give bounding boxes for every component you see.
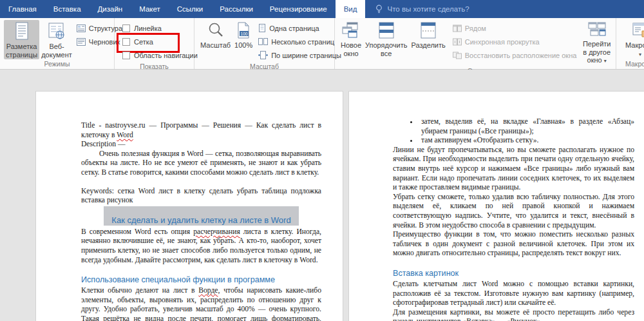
outline-view-icon xyxy=(77,24,86,32)
checkbox-icon xyxy=(122,24,130,32)
ribbon-group-zoom: Масштаб 100 100% Одна страница xyxy=(194,18,335,69)
split-label: Разделить xyxy=(412,41,446,50)
doc-paragraph: Description — xyxy=(81,140,321,150)
reset-window-icon xyxy=(453,52,462,59)
ruler-checkbox[interactable]: Линейка xyxy=(122,21,198,35)
tab-layout[interactable]: Макет xyxy=(131,0,169,18)
group-label-views: Режимы xyxy=(0,59,114,69)
zoom-100-icon: 100 xyxy=(236,22,251,39)
new-window-button[interactable]: Новое окно xyxy=(339,20,363,58)
web-layout-icon xyxy=(48,22,66,40)
checkbox-icon xyxy=(122,38,130,46)
reset-window-position-button: Восстановить расположение окна xyxy=(453,48,577,62)
web-layout-button[interactable]: Веб-документ xyxy=(39,20,74,59)
multiple-pages-button[interactable]: Несколько страниц xyxy=(258,35,341,48)
ruler-label: Линейка xyxy=(134,24,162,32)
one-page-label: Одна страница xyxy=(269,24,319,32)
tell-me-label: Что вы хотите сделать? xyxy=(387,5,469,13)
ribbon-group-views: Разметка страницы Веб-документ xyxy=(0,18,115,69)
bullet-item: затем, выделив её, на вкладке «Главная» … xyxy=(419,117,634,136)
doc-paragraph: Title - nastroyvse.ru — Программы — Реше… xyxy=(81,121,321,140)
reset-window-label: Восстановить расположение окна xyxy=(465,52,577,59)
multiple-pages-icon xyxy=(258,37,268,46)
navigation-pane-label: Область навигации xyxy=(134,52,198,59)
doc-paragraph: Линии не будут пропечатываться, но вы см… xyxy=(393,146,634,193)
blank-line xyxy=(81,178,321,187)
switch-windows-icon xyxy=(588,22,606,37)
page-width-icon xyxy=(258,51,268,59)
section-heading: Вставка картинок xyxy=(393,269,634,278)
split-icon xyxy=(420,22,437,39)
tab-view[interactable]: Вид xyxy=(336,0,366,18)
new-window-icon xyxy=(342,22,360,39)
doc-paragraph: Убрать сетку сможете, только удалив всю … xyxy=(393,193,634,230)
multiple-pages-label: Несколько страниц xyxy=(271,38,334,46)
zoom-100-label: 100% xyxy=(234,41,252,50)
navigation-pane-checkbox[interactable]: Область навигации xyxy=(122,48,198,62)
new-window-label: Новое окно xyxy=(341,41,361,57)
switch-windows-button[interactable]: Перейти в другое окно ▾ xyxy=(580,20,613,66)
section-heading: Использование специальной функции в прог… xyxy=(81,275,321,284)
zoom-button[interactable]: Масштаб xyxy=(198,20,232,50)
macros-button[interactable]: Макросы▾ xyxy=(620,20,644,59)
page-width-label: По ширине страницы xyxy=(271,52,341,59)
doc-paragraph: Клетки обычно делают на лист в Ворде, чт… xyxy=(81,286,321,321)
group-label-macros: Макросы xyxy=(616,59,644,69)
document-page-1[interactable]: Title - nastroyvse.ru — Программы — Реше… xyxy=(35,91,343,321)
web-layout-label: Веб-документ xyxy=(41,43,72,59)
ribbon: Разметка страницы Веб-документ xyxy=(0,18,644,70)
side-by-side-label: Рядом xyxy=(465,24,486,32)
ribbon-group-window: Новое окно Упорядочить все Разделить xyxy=(335,18,616,69)
magnifier-icon xyxy=(207,22,224,39)
page-width-button[interactable]: По ширине страницы xyxy=(258,48,341,62)
side-by-side-icon xyxy=(453,24,462,32)
document-canvas: Title - nastroyvse.ru — Программы — Реше… xyxy=(0,70,644,321)
svg-text:100: 100 xyxy=(241,32,248,36)
tab-insert[interactable]: Вставка xyxy=(45,0,90,18)
print-layout-label: Разметка страницы xyxy=(6,43,37,59)
checkbox-icon xyxy=(122,52,130,59)
macros-icon xyxy=(632,22,644,39)
doc-paragraph: Очень полезная функция в Word — сетка, п… xyxy=(81,150,321,178)
dropdown-arrow-icon: ▾ xyxy=(639,52,641,57)
tab-review[interactable]: Рецензирование xyxy=(261,0,336,18)
selected-heading: Как сделать и удалить клетку на листе в … xyxy=(104,206,298,226)
document-page-2[interactable]: затем, выделив её, на вкладке «Главная» … xyxy=(348,91,644,321)
doc-paragraph: Для размещения картинки, вы можете её пр… xyxy=(393,308,634,321)
dropdown-arrow-icon: ▾ xyxy=(604,58,607,64)
draft-view-icon xyxy=(77,38,86,46)
selected-heading-wrap: Как сделать и удалить клетку на листе в … xyxy=(81,206,321,226)
tab-design[interactable]: Дизайн xyxy=(90,0,131,18)
gridlines-label: Сетка xyxy=(134,38,153,46)
tab-mailings[interactable]: Рассылки xyxy=(211,0,261,18)
blank-line xyxy=(81,265,321,274)
doc-paragraph: В современном Word есть опция расчерчива… xyxy=(81,228,321,265)
tab-references[interactable]: Ссылки xyxy=(169,0,212,18)
sync-scroll-label: Синхронная прокрутка xyxy=(465,38,540,46)
arrange-all-button[interactable]: Упорядочить все xyxy=(363,20,409,58)
blank-line xyxy=(393,258,634,268)
arrange-all-icon xyxy=(378,22,395,39)
one-page-button[interactable]: Одна страница xyxy=(258,21,341,35)
bullet-list: затем, выделив её, на вкладке «Главная» … xyxy=(393,117,634,146)
split-button[interactable]: Разделить xyxy=(410,20,448,50)
tell-me-search[interactable]: Что вы хотите сделать? xyxy=(365,0,479,18)
print-layout-button[interactable]: Разметка страницы xyxy=(4,20,39,59)
lightbulb-icon xyxy=(375,5,383,14)
doc-paragraph: Преимущество функции в том, что можно по… xyxy=(393,230,634,258)
doc-paragraph: Сделать клетчатым лист Word можно с помо… xyxy=(393,280,634,308)
doc-paragraph: Keywords: сетка Word лист в клетку сдела… xyxy=(81,187,321,206)
zoom-label: Масштаб xyxy=(200,41,231,50)
bullet-item: там активируем «Отобразить сетку». xyxy=(419,136,634,146)
synchronous-scrolling-button: Синхронная прокрутка xyxy=(453,35,577,48)
ribbon-group-macros: Макросы▾ Макросы xyxy=(616,18,644,69)
ribbon-tab-bar: Главная Вставка Дизайн Макет Ссылки Расс… xyxy=(0,0,644,18)
one-page-icon xyxy=(258,24,266,32)
gridlines-checkbox[interactable]: Сетка xyxy=(122,35,198,48)
tab-home[interactable]: Главная xyxy=(0,0,45,18)
ribbon-group-show: Линейка Сетка Область навигации Показать xyxy=(115,18,194,69)
print-layout-icon xyxy=(14,22,30,40)
zoom-100-button[interactable]: 100 100% xyxy=(232,20,254,50)
arrange-all-label: Упорядочить все xyxy=(365,41,407,57)
view-side-by-side-button: Рядом xyxy=(453,21,577,35)
